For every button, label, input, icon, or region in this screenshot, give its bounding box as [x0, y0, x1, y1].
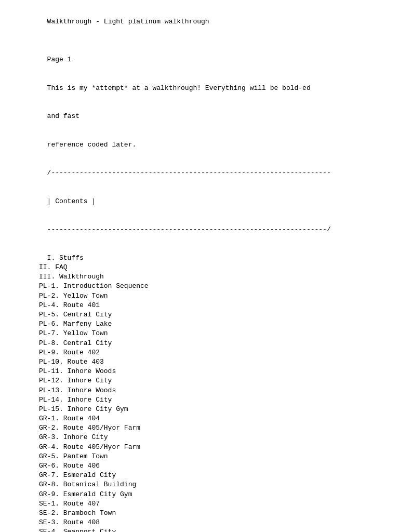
page-title: Walkthrough - Light platinum walkthrough	[47, 18, 209, 25]
divider-top: /---------------------------------------…	[47, 169, 331, 177]
divider-bottom: ----------------------------------------…	[47, 225, 331, 233]
intro-line2: This is my *attempt* at a walkthrough! E…	[47, 84, 311, 92]
contents-label: | Contents |	[47, 197, 96, 205]
intro-line4: reference coded later.	[47, 141, 137, 149]
body-text: I. Stuffs II. FAQ III. Walkthrough PL-1.…	[39, 254, 169, 532]
page-content: Walkthrough - Light platinum walkthrough…	[39, 8, 360, 532]
intro-line3: and fast	[47, 112, 79, 120]
intro-line1: Page 1	[47, 56, 72, 63]
